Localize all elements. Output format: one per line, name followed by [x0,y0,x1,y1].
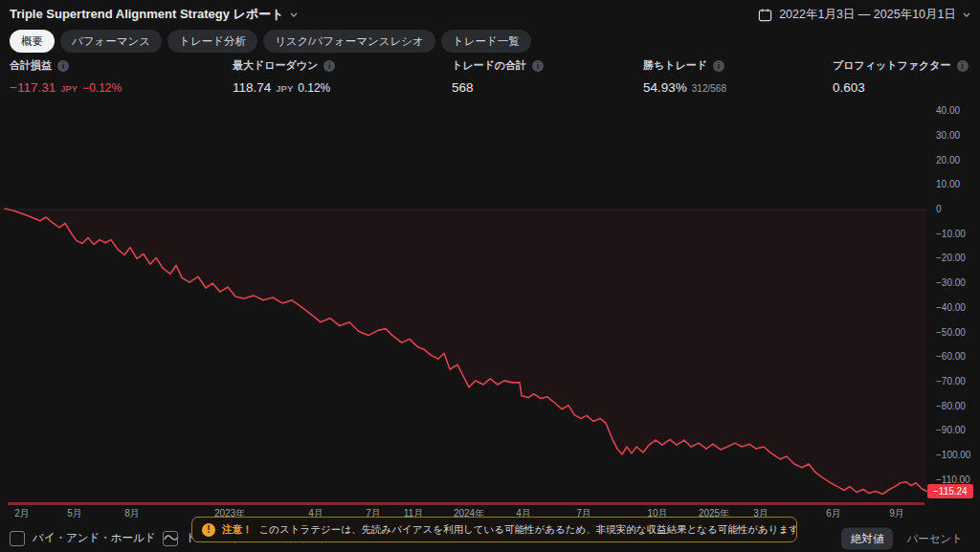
info-icon[interactable]: i [532,60,544,72]
absolute-value-button[interactable]: 絶対値 [841,527,894,549]
checkbox-buy-and-hold[interactable]: バイ・アンド・ホールド [10,531,179,546]
info-icon[interactable]: i [323,60,335,72]
y-tick: −70.00 [936,376,966,386]
stat-unit: JPY [276,83,293,94]
stat-label: トレードの合計 [452,58,526,73]
stat-winning-trades: 勝ちトレードi54.93%312/568 [643,58,726,95]
y-tick: −20.00 [936,253,966,263]
info-icon[interactable]: i [57,60,69,72]
equity-negative-fill [5,209,926,495]
tab-overview[interactable]: 概要 [10,30,55,53]
stat-sub: 312/568 [692,83,726,94]
info-icon[interactable]: i [957,60,969,72]
value-mode-toggle: 絶対値パーセント [841,527,972,549]
percent-button[interactable]: パーセント [897,527,972,549]
y-tick: −100.00 [936,450,970,460]
x-tick: 8月 [124,507,140,520]
warning-title: 注意！ [222,523,253,537]
stat-unit: JPY [60,83,78,94]
y-tick: 0 [936,204,942,214]
checkbox-label: バイ・アンド・ホールド [33,531,156,545]
checkbox-icon[interactable] [10,531,25,546]
info-icon[interactable]: i [713,60,724,72]
stat-value: −117.31 [10,80,56,95]
warning-text: このストラテジーは、先読みバイアスを利用している可能性があるため、非現実的な収益… [259,523,798,537]
date-range-label: 2022年1月3日 — 2025年10月1日 [779,7,956,23]
y-tick: −10.00 [936,229,966,239]
checkbox-icon[interactable] [163,531,178,546]
lookahead-warning-banner: ! 注意！ このストラテジーは、先読みバイアスを利用している可能性があるため、非… [191,517,797,542]
report-title: Triple Supertrend Alignment Strategy レポー… [10,6,283,23]
x-tick: 5月 [67,507,82,520]
stat-label: プロフィットファクター [833,58,951,73]
stat-total-trades: トレードの合計i568 [452,58,544,95]
chevron-down-icon [290,12,298,17]
x-tick: 9月 [889,507,904,520]
stat-value: 0.603 [833,80,865,95]
y-tick: −30.00 [936,277,966,288]
x-tick: 2月 [14,507,30,520]
tab-trade-analysis[interactable]: トレード分析 [167,30,257,53]
y-tick: −80.00 [936,401,966,411]
y-tick: −60.00 [936,351,966,362]
stat-extra: 0.12% [298,81,330,95]
stats-row: 合計損益i−117.31JPY−0.12%最大ドローダウンi118.74JPY0… [0,58,980,100]
stat-value: 54.93% [643,80,687,95]
stat-value: 118.74 [233,80,271,95]
report-header: Triple Supertrend Alignment Strategy レポー… [0,0,980,29]
y-tick: 20.00 [936,155,960,166]
y-tick: 10.00 [936,179,960,189]
stat-value: 568 [452,80,474,95]
y-tick: 40.00 [936,105,960,116]
stat-label: 勝ちトレード [643,58,707,73]
stat-net-profit: 合計損益i−117.31JPY−0.12% [10,58,122,95]
stat-profit-factor: プロフィットファクターi0.603 [833,58,969,95]
y-tick: 30.00 [936,130,960,141]
strategy-title-dropdown[interactable]: Triple Supertrend Alignment Strategy レポー… [10,6,298,23]
warning-icon: ! [202,523,215,537]
report-tabs: 概要パフォーマンストレード分析リスク/パフォーマンスレシオトレード一覧 [10,30,531,53]
y-tick: −50.00 [936,327,966,338]
stat-max-drawdown: 最大ドローダウンi118.74JPY0.12% [233,58,335,95]
tab-performance[interactable]: パフォーマンス [60,30,162,53]
tab-risk-performance-ratio[interactable]: リスク/パフォーマンスレシオ [263,30,435,53]
stat-extra: −0.12% [82,81,122,95]
stat-label: 合計損益 [10,58,52,73]
y-tick: −90.00 [936,425,966,435]
chevron-down-icon [963,12,970,17]
stat-label: 最大ドローダウン [233,58,318,73]
x-tick: 6月 [826,507,841,520]
date-range-picker[interactable]: 2022年1月3日 — 2025年10月1日 [758,7,970,23]
y-tick: −40.00 [936,302,966,313]
calendar-icon [758,8,772,22]
last-price-badge: −115.24 [927,484,973,498]
tab-trades-list[interactable]: トレード一覧 [441,30,531,53]
